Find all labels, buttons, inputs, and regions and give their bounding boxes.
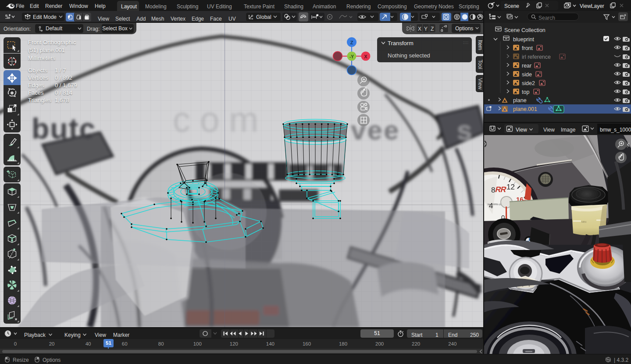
svg-text:Z: Z [350,40,353,45]
svg-text:MIN: MIN [581,221,586,223]
svg-text:12: 12 [506,183,515,191]
svg-text:X: X [364,54,367,59]
svg-text:4: 4 [489,202,493,210]
svg-text:-Y: -Y [349,54,354,59]
